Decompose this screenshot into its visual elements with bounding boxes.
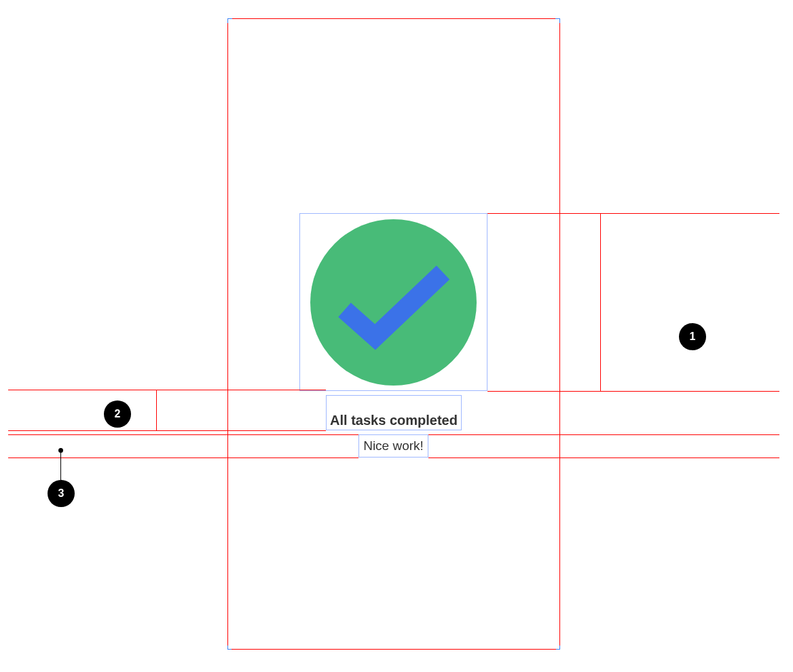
guide-line: [487, 391, 779, 392]
title-frame[interactable]: All tasks completed: [326, 395, 462, 430]
callout-badge-1: 1: [679, 323, 706, 350]
guide-line: [428, 434, 779, 435]
guide-line: [8, 430, 326, 431]
guide-line: [156, 390, 157, 430]
guide-line: [8, 434, 358, 435]
icon-frame[interactable]: [299, 213, 487, 391]
callout-number: 1: [690, 331, 696, 343]
subtitle-frame[interactable]: Nice work!: [358, 434, 428, 458]
design-canvas: All tasks completed Nice work! 1 2 3: [0, 0, 793, 672]
guide-line: [428, 458, 779, 458]
guide-line: [487, 213, 779, 214]
checkmark-circle-icon: [310, 219, 477, 386]
guide-line: [8, 390, 326, 390]
callout-number: 3: [58, 487, 64, 500]
callout-leader-line: [60, 450, 61, 480]
checkmark-icon: [334, 263, 453, 351]
callout-badge-3: 3: [48, 480, 75, 507]
callout-number: 2: [115, 408, 121, 420]
title-text: All tasks completed: [330, 413, 458, 428]
guide-line: [600, 213, 601, 391]
subtitle-text: Nice work!: [363, 438, 424, 453]
callout-badge-2: 2: [104, 400, 131, 428]
